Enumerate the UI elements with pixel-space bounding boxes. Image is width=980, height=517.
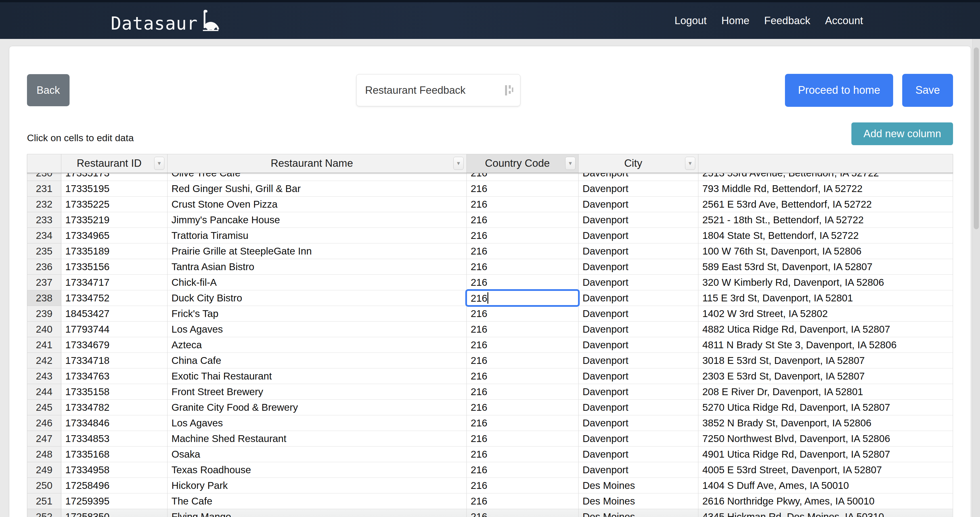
cell-city[interactable]: Davenport <box>579 322 698 337</box>
cell-address[interactable]: 100 W 76th St, Davenport, IA 52806 <box>698 243 953 259</box>
cell-restaurant-name[interactable]: Los Agaves <box>167 415 467 431</box>
cell-city[interactable]: Davenport <box>579 384 698 400</box>
cell-country-code[interactable]: 216 <box>467 228 579 243</box>
row-number-cell[interactable]: 239 <box>27 306 61 322</box>
cell-restaurant-name[interactable]: Frick's Tap <box>167 306 467 322</box>
cell-restaurant-name[interactable]: Granite City Food & Brewery <box>167 400 467 415</box>
cell-city[interactable]: Davenport <box>579 212 698 228</box>
cell-city[interactable]: Davenport <box>579 400 698 415</box>
row-number-cell[interactable]: 246 <box>27 415 61 431</box>
cell-restaurant-id[interactable]: 17335225 <box>61 196 167 212</box>
filter-dropdown-icon[interactable]: ▼ <box>685 157 695 170</box>
cell-address[interactable]: 7250 Northwest Blvd, Davenport, IA 52806 <box>698 431 953 447</box>
cell-city[interactable]: Davenport <box>579 259 698 275</box>
cell-country-code[interactable]: 216 <box>467 431 579 447</box>
cell-city[interactable]: Davenport <box>579 353 698 369</box>
cell-address[interactable]: 320 W Kimberly Rd, Davenport, IA 52806 <box>698 275 953 290</box>
cell-address[interactable]: 3018 E 53rd St, Davenport, IA 52807 <box>698 353 953 369</box>
row-number-cell[interactable]: 248 <box>27 447 61 462</box>
cell-restaurant-id[interactable]: 17335168 <box>61 447 167 462</box>
row-number-cell[interactable]: 232 <box>27 196 61 212</box>
nav-link-account[interactable]: Account <box>825 15 863 26</box>
cell-city[interactable]: Des Moines <box>579 478 698 493</box>
cell-address[interactable]: 1404 S Duff Ave, Ames, IA 50010 <box>698 478 953 493</box>
cell-city[interactable]: Des Moines <box>579 493 698 509</box>
cell-restaurant-name[interactable]: Los Agaves <box>167 322 467 337</box>
cell-city[interactable]: Davenport <box>579 431 698 447</box>
cell-address[interactable]: 4005 E 53rd Street, Davenport, IA 52807 <box>698 462 953 478</box>
cell-country-code[interactable]: 216 <box>467 275 579 290</box>
cell-address[interactable]: 3852 N Brady St, Davenport, IA 52806 <box>698 415 953 431</box>
nav-link-logout[interactable]: Logout <box>675 15 706 26</box>
cell-restaurant-id[interactable]: 17334965 <box>61 228 167 243</box>
cell-restaurant-name[interactable]: Duck City Bistro <box>167 290 467 306</box>
cell-restaurant-id[interactable]: 17334679 <box>61 337 167 353</box>
cell-restaurant-name[interactable]: Chick-fil-A <box>167 275 467 290</box>
cell-restaurant-id[interactable]: 17259395 <box>61 493 167 509</box>
row-number-cell[interactable]: 251 <box>27 493 61 509</box>
cell-restaurant-name[interactable]: Front Street Brewery <box>167 384 467 400</box>
row-number-cell[interactable]: 247 <box>27 431 61 447</box>
cell-restaurant-name[interactable]: The Cafe <box>167 493 467 509</box>
row-number-cell[interactable]: 231 <box>27 181 61 196</box>
cell-country-code[interactable]: 216 <box>467 478 579 493</box>
cell-address[interactable]: 2513 53rd Avenue, Bettendorf, IA 52722 <box>698 173 953 181</box>
row-number-cell[interactable]: 236 <box>27 259 61 275</box>
cell-city[interactable]: Davenport <box>579 462 698 478</box>
row-number-cell[interactable]: 233 <box>27 212 61 228</box>
cell-restaurant-name[interactable]: Red Ginger Sushi, Grill & Bar <box>167 181 467 196</box>
cell-city[interactable]: Davenport <box>579 196 698 212</box>
cell-restaurant-id[interactable]: 17334717 <box>61 275 167 290</box>
cell-restaurant-name[interactable]: Jimmy's Pancake House <box>167 212 467 228</box>
cell-country-code[interactable]: 216 <box>467 243 579 259</box>
cell-restaurant-name[interactable]: Osaka <box>167 447 467 462</box>
cell-city[interactable]: Davenport <box>579 369 698 384</box>
cell-country-code[interactable]: 216 <box>467 181 579 196</box>
cell-restaurant-name[interactable]: Machine Shed Restaurant <box>167 431 467 447</box>
cell-address[interactable]: 115 E 3rd St, Davenport, IA 52801 <box>698 290 953 306</box>
cell-address[interactable]: 1402 W 3rd Street, IA 52802 <box>698 306 953 322</box>
cell-restaurant-name[interactable]: Olive Tree Cafe <box>167 173 467 181</box>
row-number-cell[interactable]: 244 <box>27 384 61 400</box>
cell-restaurant-id[interactable]: 17334782 <box>61 400 167 415</box>
cell-restaurant-name[interactable]: Azteca <box>167 337 467 353</box>
cell-restaurant-id[interactable]: 17334718 <box>61 353 167 369</box>
column-header-address[interactable] <box>698 154 953 173</box>
cell-restaurant-name[interactable]: China Cafe <box>167 353 467 369</box>
cell-address[interactable]: 793 Middle Rd, Bettendorf, IA 52722 <box>698 181 953 196</box>
proceed-to-home-button[interactable]: Proceed to home <box>785 74 893 107</box>
cell-restaurant-id[interactable]: 17258350 <box>61 509 167 517</box>
cell-city[interactable]: Davenport <box>579 415 698 431</box>
cell-city[interactable]: Des Moines <box>579 509 698 517</box>
column-header-restaurant-id[interactable]: Restaurant ID ▼ <box>61 154 167 173</box>
cell-country-code[interactable]: 216 <box>467 462 579 478</box>
cell-restaurant-name[interactable]: Trattoria Tiramisu <box>167 228 467 243</box>
cell-restaurant-id[interactable]: 17335173 <box>61 173 167 181</box>
row-number-cell[interactable]: 238 <box>27 290 61 306</box>
cell-country-code[interactable]: 216 <box>467 415 579 431</box>
cell-address[interactable]: 5270 Utica Ridge Rd, Davenport, IA 52807 <box>698 400 953 415</box>
cell-restaurant-name[interactable]: Crust Stone Oven Pizza <box>167 196 467 212</box>
cell-country-code[interactable]: 216 <box>467 400 579 415</box>
row-number-cell[interactable]: 230 <box>27 173 61 181</box>
cell-address[interactable]: 4901 Utica Ridge Rd, Davenport, IA 52807 <box>698 447 953 462</box>
cell-country-code[interactable]: 216 <box>467 337 579 353</box>
cell-restaurant-id[interactable]: 17335158 <box>61 384 167 400</box>
add-new-column-button[interactable]: Add new column <box>851 123 953 145</box>
cell-address[interactable]: 2561 E 53rd Ave, Bettendorf, IA 52722 <box>698 196 953 212</box>
cell-country-code[interactable]: 216 <box>467 196 579 212</box>
cell-restaurant-id[interactable]: 17258496 <box>61 478 167 493</box>
cell-restaurant-name[interactable]: Tantra Asian Bistro <box>167 259 467 275</box>
cell-restaurant-id[interactable]: 17334958 <box>61 462 167 478</box>
row-number-cell[interactable]: 243 <box>27 369 61 384</box>
cell-country-code[interactable]: 216 <box>467 509 579 517</box>
page-scrollbar-thumb[interactable] <box>974 48 979 229</box>
cell-city[interactable]: Davenport <box>579 243 698 259</box>
cell-restaurant-id[interactable]: 17335195 <box>61 181 167 196</box>
cell-restaurant-name[interactable]: Flying Mango <box>167 509 467 517</box>
cell-city[interactable]: Davenport <box>579 173 698 181</box>
cell-address[interactable]: 4811 N Brady St Ste 3, Davenport, IA 528… <box>698 337 953 353</box>
cell-country-code[interactable]: 216 <box>467 259 579 275</box>
row-number-cell[interactable]: 241 <box>27 337 61 353</box>
cell-country-code[interactable]: 216 <box>467 384 579 400</box>
